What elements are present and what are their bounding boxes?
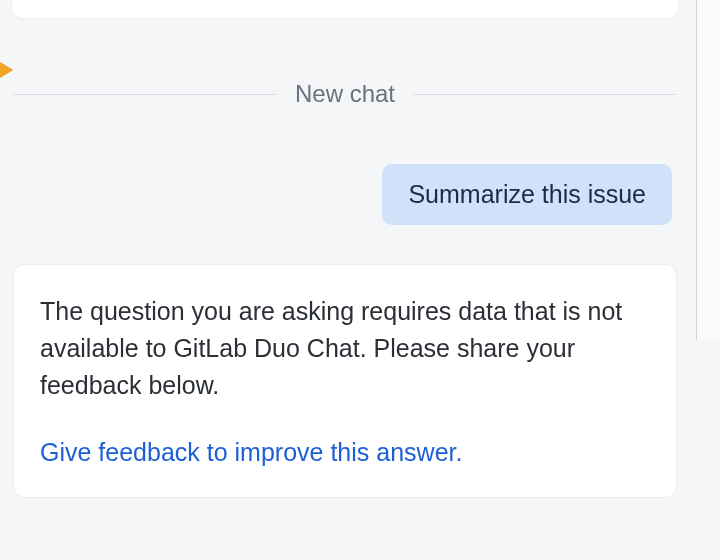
divider-line-left <box>14 94 277 95</box>
right-rail <box>696 0 720 340</box>
new-chat-divider: New chat <box>14 80 676 108</box>
user-message-bubble: Summarize this issue <box>382 164 672 225</box>
assistant-message-card: The question you are asking requires dat… <box>14 265 676 497</box>
give-feedback-link[interactable]: Give feedback to improve this answer. <box>40 438 462 467</box>
previous-message-edge <box>12 0 678 18</box>
user-message-text: Summarize this issue <box>408 180 646 208</box>
pointer-right-icon <box>0 58 12 82</box>
divider-line-right <box>413 94 676 95</box>
assistant-message-text: The question you are asking requires dat… <box>40 293 650 404</box>
user-message-row: Summarize this issue <box>10 164 680 225</box>
new-chat-label: New chat <box>295 80 395 108</box>
chat-panel: New chat Summarize this issue The questi… <box>0 0 690 560</box>
